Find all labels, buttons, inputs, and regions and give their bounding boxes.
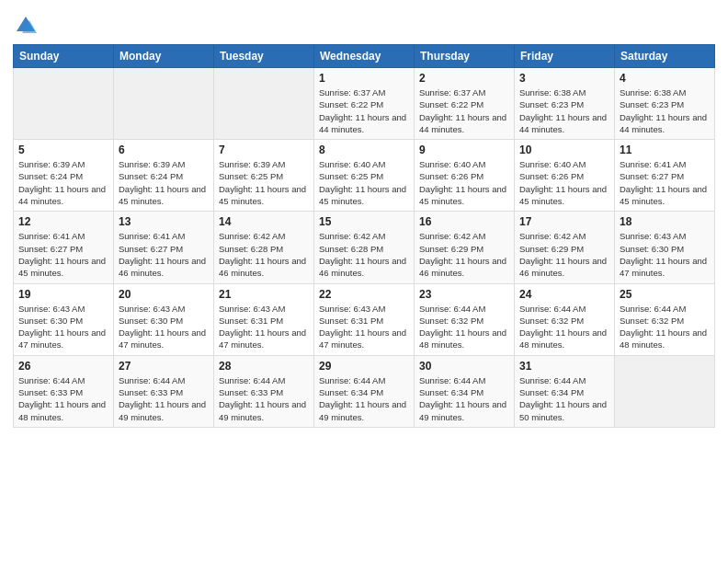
calendar-cell: 18Sunrise: 6:43 AM Sunset: 6:30 PM Dayli… xyxy=(615,212,715,283)
day-info: Sunrise: 6:41 AM Sunset: 6:27 PM Dayligh… xyxy=(620,158,710,207)
day-number: 17 xyxy=(519,215,609,228)
calendar-cell: 25Sunrise: 6:44 AM Sunset: 6:32 PM Dayli… xyxy=(615,283,715,355)
day-number: 22 xyxy=(319,288,409,301)
calendar-cell: 30Sunrise: 6:44 AM Sunset: 6:34 PM Dayli… xyxy=(415,355,515,427)
day-number: 4 xyxy=(620,72,710,85)
calendar-day-header: Sunday xyxy=(14,45,114,68)
day-number: 3 xyxy=(519,72,609,85)
calendar-cell: 22Sunrise: 6:43 AM Sunset: 6:31 PM Dayli… xyxy=(314,283,415,355)
day-info: Sunrise: 6:38 AM Sunset: 6:23 PM Dayligh… xyxy=(620,86,710,135)
logo-icon xyxy=(13,13,39,39)
calendar-week-row: 12Sunrise: 6:41 AM Sunset: 6:27 PM Dayli… xyxy=(14,212,715,283)
day-number: 16 xyxy=(419,215,509,228)
day-number: 30 xyxy=(419,360,509,373)
calendar-day-header: Thursday xyxy=(415,45,515,68)
day-info: Sunrise: 6:44 AM Sunset: 6:32 PM Dayligh… xyxy=(419,303,509,351)
day-info: Sunrise: 6:44 AM Sunset: 6:33 PM Dayligh… xyxy=(219,374,309,423)
day-info: Sunrise: 6:43 AM Sunset: 6:31 PM Dayligh… xyxy=(219,303,309,351)
calendar-cell: 28Sunrise: 6:44 AM Sunset: 6:33 PM Dayli… xyxy=(214,355,314,427)
day-info: Sunrise: 6:41 AM Sunset: 6:27 PM Dayligh… xyxy=(119,230,209,279)
calendar-cell: 17Sunrise: 6:42 AM Sunset: 6:29 PM Dayli… xyxy=(515,212,615,283)
calendar-cell: 14Sunrise: 6:42 AM Sunset: 6:28 PM Dayli… xyxy=(214,212,314,283)
day-info: Sunrise: 6:37 AM Sunset: 6:22 PM Dayligh… xyxy=(319,86,409,135)
day-info: Sunrise: 6:41 AM Sunset: 6:27 PM Dayligh… xyxy=(18,230,108,279)
calendar-cell: 29Sunrise: 6:44 AM Sunset: 6:34 PM Dayli… xyxy=(314,355,415,427)
calendar-day-header: Tuesday xyxy=(214,45,314,68)
calendar-cell xyxy=(114,68,214,140)
day-number: 1 xyxy=(319,72,409,85)
day-info: Sunrise: 6:44 AM Sunset: 6:33 PM Dayligh… xyxy=(18,374,108,423)
calendar-cell: 4Sunrise: 6:38 AM Sunset: 6:23 PM Daylig… xyxy=(615,68,715,140)
day-info: Sunrise: 6:42 AM Sunset: 6:28 PM Dayligh… xyxy=(219,230,309,279)
day-number: 7 xyxy=(219,144,309,156)
logo xyxy=(13,13,42,39)
day-number: 23 xyxy=(419,288,509,301)
calendar-day-header: Saturday xyxy=(615,45,715,68)
day-number: 11 xyxy=(620,144,710,156)
calendar-cell: 15Sunrise: 6:42 AM Sunset: 6:28 PM Dayli… xyxy=(314,212,415,283)
day-info: Sunrise: 6:43 AM Sunset: 6:30 PM Dayligh… xyxy=(119,303,209,351)
calendar-cell xyxy=(14,68,114,140)
calendar-cell: 1Sunrise: 6:37 AM Sunset: 6:22 PM Daylig… xyxy=(314,68,415,140)
day-info: Sunrise: 6:42 AM Sunset: 6:28 PM Dayligh… xyxy=(319,230,409,279)
calendar-cell: 16Sunrise: 6:42 AM Sunset: 6:29 PM Dayli… xyxy=(415,212,515,283)
calendar-cell: 20Sunrise: 6:43 AM Sunset: 6:30 PM Dayli… xyxy=(114,283,214,355)
header xyxy=(13,9,715,39)
day-info: Sunrise: 6:44 AM Sunset: 6:33 PM Dayligh… xyxy=(119,374,209,423)
day-info: Sunrise: 6:43 AM Sunset: 6:30 PM Dayligh… xyxy=(18,303,108,351)
day-info: Sunrise: 6:37 AM Sunset: 6:22 PM Dayligh… xyxy=(419,86,509,135)
page: { "header": { "logo_general": "General",… xyxy=(0,0,728,563)
calendar-cell: 9Sunrise: 6:40 AM Sunset: 6:26 PM Daylig… xyxy=(415,140,515,212)
day-number: 14 xyxy=(219,215,309,228)
calendar-cell xyxy=(615,355,715,427)
day-info: Sunrise: 6:43 AM Sunset: 6:30 PM Dayligh… xyxy=(620,230,710,279)
day-number: 25 xyxy=(620,288,710,301)
calendar-cell: 23Sunrise: 6:44 AM Sunset: 6:32 PM Dayli… xyxy=(415,283,515,355)
day-number: 6 xyxy=(119,144,209,156)
calendar-cell: 7Sunrise: 6:39 AM Sunset: 6:25 PM Daylig… xyxy=(214,140,314,212)
calendar-cell: 5Sunrise: 6:39 AM Sunset: 6:24 PM Daylig… xyxy=(14,140,114,212)
calendar-cell: 31Sunrise: 6:44 AM Sunset: 6:34 PM Dayli… xyxy=(515,355,615,427)
day-info: Sunrise: 6:40 AM Sunset: 6:26 PM Dayligh… xyxy=(519,158,609,207)
calendar-cell: 2Sunrise: 6:37 AM Sunset: 6:22 PM Daylig… xyxy=(415,68,515,140)
day-info: Sunrise: 6:44 AM Sunset: 6:32 PM Dayligh… xyxy=(620,303,710,351)
day-number: 18 xyxy=(620,215,710,228)
day-number: 2 xyxy=(419,72,509,85)
calendar-cell: 8Sunrise: 6:40 AM Sunset: 6:25 PM Daylig… xyxy=(314,140,415,212)
day-info: Sunrise: 6:44 AM Sunset: 6:34 PM Dayligh… xyxy=(319,374,409,423)
calendar-week-row: 5Sunrise: 6:39 AM Sunset: 6:24 PM Daylig… xyxy=(14,140,715,212)
day-info: Sunrise: 6:39 AM Sunset: 6:24 PM Dayligh… xyxy=(119,158,209,207)
day-info: Sunrise: 6:44 AM Sunset: 6:34 PM Dayligh… xyxy=(519,374,609,423)
calendar-cell: 12Sunrise: 6:41 AM Sunset: 6:27 PM Dayli… xyxy=(14,212,114,283)
day-info: Sunrise: 6:38 AM Sunset: 6:23 PM Dayligh… xyxy=(519,86,609,135)
day-info: Sunrise: 6:44 AM Sunset: 6:34 PM Dayligh… xyxy=(419,374,509,423)
day-info: Sunrise: 6:44 AM Sunset: 6:32 PM Dayligh… xyxy=(519,303,609,351)
calendar-day-header: Monday xyxy=(114,45,214,68)
calendar-day-header: Wednesday xyxy=(314,45,415,68)
calendar-cell xyxy=(214,68,314,140)
calendar-week-row: 1Sunrise: 6:37 AM Sunset: 6:22 PM Daylig… xyxy=(14,68,715,140)
day-number: 28 xyxy=(219,360,309,373)
calendar-week-row: 26Sunrise: 6:44 AM Sunset: 6:33 PM Dayli… xyxy=(14,355,715,427)
day-number: 31 xyxy=(519,360,609,373)
calendar-cell: 11Sunrise: 6:41 AM Sunset: 6:27 PM Dayli… xyxy=(615,140,715,212)
day-number: 15 xyxy=(319,215,409,228)
calendar-cell: 10Sunrise: 6:40 AM Sunset: 6:26 PM Dayli… xyxy=(515,140,615,212)
calendar-cell: 24Sunrise: 6:44 AM Sunset: 6:32 PM Dayli… xyxy=(515,283,615,355)
day-number: 5 xyxy=(18,144,108,156)
day-info: Sunrise: 6:40 AM Sunset: 6:26 PM Dayligh… xyxy=(419,158,509,207)
day-number: 24 xyxy=(519,288,609,301)
day-number: 12 xyxy=(18,215,108,228)
day-number: 26 xyxy=(18,360,108,373)
calendar-cell: 26Sunrise: 6:44 AM Sunset: 6:33 PM Dayli… xyxy=(14,355,114,427)
calendar-cell: 6Sunrise: 6:39 AM Sunset: 6:24 PM Daylig… xyxy=(114,140,214,212)
calendar-week-row: 19Sunrise: 6:43 AM Sunset: 6:30 PM Dayli… xyxy=(14,283,715,355)
day-info: Sunrise: 6:39 AM Sunset: 6:24 PM Dayligh… xyxy=(18,158,108,207)
day-info: Sunrise: 6:39 AM Sunset: 6:25 PM Dayligh… xyxy=(219,158,309,207)
day-number: 13 xyxy=(119,215,209,228)
calendar-cell: 13Sunrise: 6:41 AM Sunset: 6:27 PM Dayli… xyxy=(114,212,214,283)
day-number: 20 xyxy=(119,288,209,301)
calendar-cell: 27Sunrise: 6:44 AM Sunset: 6:33 PM Dayli… xyxy=(114,355,214,427)
calendar-day-header: Friday xyxy=(515,45,615,68)
day-number: 27 xyxy=(119,360,209,373)
